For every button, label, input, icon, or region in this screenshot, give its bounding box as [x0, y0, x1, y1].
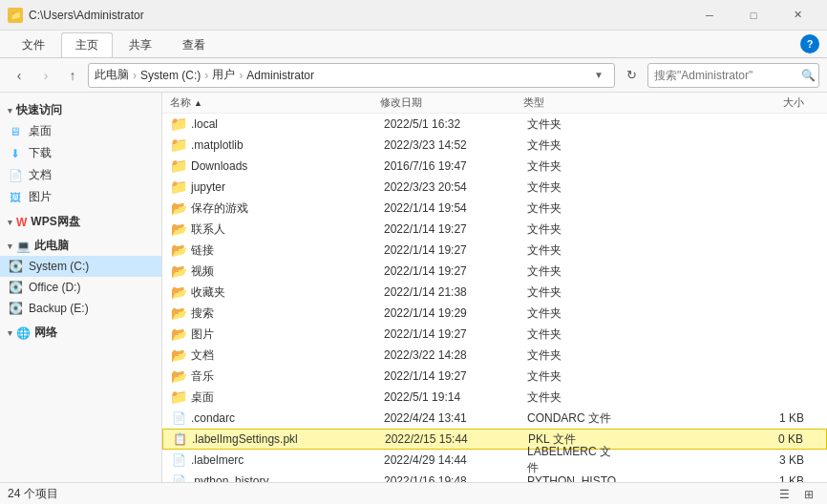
- up-button[interactable]: ↑: [61, 64, 84, 87]
- tab-share[interactable]: 共享: [115, 32, 166, 57]
- sidebar-item-officed[interactable]: 💽 Office (D:): [0, 277, 161, 298]
- folder-special-icon: 📂: [171, 347, 187, 363]
- file-row-icon: 📂: [170, 304, 187, 322]
- file-row-icon: 📂: [170, 200, 187, 217]
- quick-access-label: 快速访问: [16, 102, 62, 118]
- table-row[interactable]: 📂 图片 2022/1/14 19:27 文件夹: [162, 324, 827, 345]
- column-headers: 名称 ▲ 修改日期 类型 大小: [162, 93, 827, 114]
- tab-view[interactable]: 查看: [168, 32, 220, 57]
- table-row[interactable]: 📄 .condarc 2022/4/24 13:41 CONDARC 文件 1 …: [162, 408, 827, 429]
- wps-header[interactable]: ▾ W WPS网盘: [0, 208, 161, 232]
- file-type: 文件夹: [527, 347, 623, 364]
- back-button[interactable]: ‹: [8, 64, 31, 87]
- minimize-button[interactable]: ─: [688, 0, 732, 31]
- col-name-header[interactable]: 名称 ▲: [170, 95, 380, 110]
- quick-access-header[interactable]: ▾ 快速访问: [0, 96, 161, 120]
- close-button[interactable]: ✕: [775, 0, 819, 31]
- table-row[interactable]: 📂 收藏夹 2022/1/14 21:38 文件夹: [162, 282, 827, 303]
- statusbar: 24 个项目 ☰ ⊞: [0, 482, 827, 504]
- table-row[interactable]: 📁 Downloads 2016/7/16 19:47 文件夹: [162, 156, 827, 177]
- file-type: 文件夹: [527, 116, 623, 133]
- details-view-button[interactable]: ⊞: [798, 484, 819, 505]
- col-size-header[interactable]: 大小: [619, 95, 819, 110]
- item-count: 24 个项目: [8, 486, 58, 502]
- file-name: 桌面: [191, 389, 384, 406]
- file-date: 2022/2/15 15:44: [385, 432, 528, 446]
- table-row[interactable]: 📁 .matplotlib 2022/3/23 14:52 文件夹: [162, 135, 827, 156]
- table-row[interactable]: 📋 .labelImgSettings.pkl 2022/2/15 15:44 …: [162, 429, 827, 450]
- file-name: 联系人: [191, 221, 384, 238]
- file-row-icon: 📂: [170, 220, 187, 238]
- breadcrumb-drive[interactable]: System (C:): [140, 69, 201, 82]
- file-date: 2022/3/23 20:54: [384, 180, 527, 194]
- file-generic-icon: 📄: [172, 474, 186, 482]
- table-row[interactable]: 📂 联系人 2022/1/14 19:27 文件夹: [162, 219, 827, 240]
- thispc-label: 此电脑: [34, 238, 69, 254]
- file-name: .local: [191, 117, 384, 131]
- sidebar-item-systemc[interactable]: 💽 System (C:): [0, 256, 161, 277]
- search-input[interactable]: [654, 69, 797, 82]
- network-header[interactable]: ▾ 🌐 网络: [0, 319, 161, 343]
- file-row-icon: 📂: [170, 242, 187, 259]
- list-view-button[interactable]: ☰: [774, 484, 795, 505]
- tab-file[interactable]: 文件: [8, 32, 59, 57]
- download-icon: ⬇: [8, 146, 23, 161]
- col-type-header[interactable]: 类型: [523, 95, 619, 110]
- sidebar-item-documents[interactable]: 📄 文档 📌: [0, 164, 161, 186]
- sidebar-label-pictures: 图片: [29, 189, 52, 205]
- toolbar: ‹ › ↑ 此电脑 › System (C:) › 用户 › Administr…: [0, 58, 827, 93]
- file-date: 2022/4/29 14:44: [384, 453, 527, 467]
- titlebar-folder-icon: 📁: [8, 8, 23, 23]
- search-bar[interactable]: 🔍: [647, 63, 819, 88]
- table-row[interactable]: 📁 桌面 2022/5/1 19:14 文件夹: [162, 387, 827, 408]
- file-date: 2022/1/14 19:27: [384, 369, 527, 383]
- file-type: 文件夹: [527, 305, 623, 322]
- table-row[interactable]: 📁 .local 2022/5/1 16:32 文件夹: [162, 114, 827, 135]
- table-row[interactable]: 📂 视频 2022/1/14 19:27 文件夹: [162, 261, 827, 282]
- maximize-button[interactable]: □: [732, 0, 775, 31]
- file-row-icon: 📂: [170, 346, 187, 364]
- address-bar[interactable]: 此电脑 › System (C:) › 用户 › Administrator ▼: [88, 63, 615, 88]
- sidebar-label-desktop: 桌面: [29, 123, 52, 139]
- systemc-icon: 💽: [8, 259, 23, 274]
- folder-special-icon: 📂: [171, 368, 187, 384]
- table-row[interactable]: 📂 音乐 2022/1/14 19:27 文件夹: [162, 366, 827, 387]
- sidebar-item-backupe[interactable]: 💽 Backup (E:): [0, 298, 161, 319]
- thispc-header[interactable]: ▾ 💻 此电脑: [0, 232, 161, 256]
- file-row-icon: 📂: [170, 368, 187, 385]
- sidebar-item-desktop[interactable]: 🖥 桌面 📌: [0, 120, 161, 142]
- sidebar-item-pictures[interactable]: 🖼 图片 📌: [0, 186, 161, 208]
- sidebar-label-documents: 文档: [29, 167, 52, 183]
- help-button[interactable]: ?: [800, 34, 819, 53]
- file-name: 音乐: [191, 368, 384, 385]
- breadcrumb-admin[interactable]: Administrator: [246, 69, 314, 82]
- address-dropdown-icon[interactable]: ▼: [589, 66, 608, 85]
- breadcrumb-computer[interactable]: 此电脑: [95, 67, 129, 83]
- table-row[interactable]: 📁 jupyter 2022/3/23 20:54 文件夹: [162, 177, 827, 198]
- titlebar-controls: ─ □ ✕: [688, 0, 819, 31]
- table-row[interactable]: 📄 .labelmerc 2022/4/29 14:44 LABELMERC 文…: [162, 450, 827, 471]
- table-row[interactable]: 📂 链接 2022/1/14 19:27 文件夹: [162, 240, 827, 261]
- file-row-icon: 📄: [170, 472, 187, 482]
- folder-special-icon: 📂: [171, 263, 187, 279]
- file-row-icon: 📋: [171, 430, 188, 448]
- file-size: 0 KB: [624, 432, 818, 446]
- table-row[interactable]: 📂 保存的游戏 2022/1/14 19:54 文件夹: [162, 198, 827, 219]
- wps-icon-label: W: [16, 216, 27, 229]
- file-row-icon: 📄: [170, 410, 187, 427]
- col-date-header[interactable]: 修改日期: [380, 95, 523, 110]
- backupe-icon: 💽: [8, 301, 23, 316]
- table-row[interactable]: 📂 搜索 2022/1/14 19:29 文件夹: [162, 303, 827, 324]
- file-date: 2022/1/14 19:27: [384, 327, 527, 341]
- tab-home[interactable]: 主页: [61, 32, 113, 57]
- sidebar-item-download[interactable]: ⬇ 下载 📌: [0, 142, 161, 164]
- table-row[interactable]: 📂 文档 2022/3/22 14:28 文件夹: [162, 345, 827, 366]
- breadcrumb-users[interactable]: 用户: [212, 67, 235, 83]
- table-row[interactable]: 📄 .python_history 2022/1/16 19:48 PYTHON…: [162, 471, 827, 482]
- file-name: 收藏夹: [191, 284, 384, 301]
- forward-button[interactable]: ›: [34, 64, 57, 87]
- refresh-button[interactable]: ↻: [619, 63, 644, 88]
- file-type: 文件夹: [527, 284, 623, 301]
- file-date: 2022/1/14 19:29: [384, 306, 527, 320]
- network-label: 网络: [34, 325, 57, 341]
